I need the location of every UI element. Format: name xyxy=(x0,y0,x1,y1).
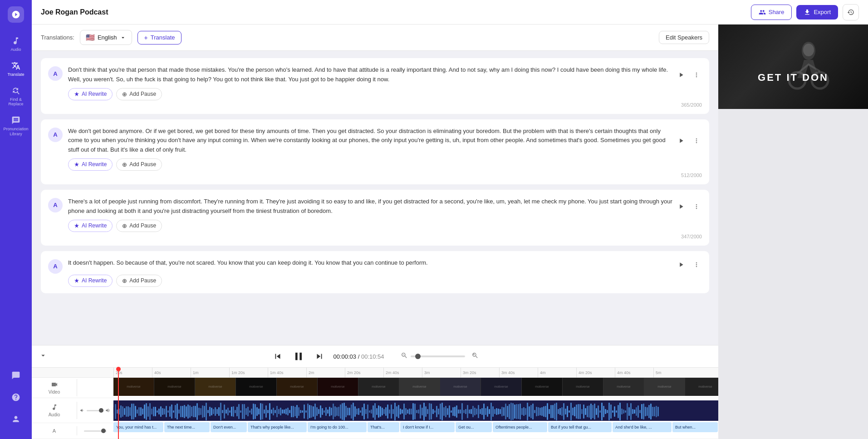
waveform-bar xyxy=(490,403,492,420)
script-right-3: There's a lot of people just running fro… xyxy=(68,197,702,239)
waveform-bar xyxy=(616,410,617,413)
pause-button[interactable] xyxy=(291,349,306,364)
sidebar-item-audio[interactable]: Audio xyxy=(0,32,32,57)
zoom-out-icon xyxy=(401,352,408,359)
zoom-out-button[interactable] xyxy=(401,352,408,361)
ai-rewrite-label-2: AI Rewrite xyxy=(82,161,107,168)
subtitle-chip[interactable]: Don't even... xyxy=(211,422,247,432)
sidebar-item-help[interactable] xyxy=(9,388,23,406)
track-area-wrapper: 20s40s1m1m 20s1m 40s2m2m 20s2m 40s3m3m 2… xyxy=(32,368,718,439)
script-area: A Don't think that you're that person th… xyxy=(32,51,718,345)
translate-button[interactable]: + Translate xyxy=(137,31,182,44)
waveform-bar xyxy=(618,405,619,418)
sidebar-item-find-replace[interactable]: Find & Replace xyxy=(0,82,32,112)
ai-rewrite-label-4: AI Rewrite xyxy=(82,277,107,284)
script-text-1[interactable]: Don't think that you're that person that… xyxy=(68,65,675,84)
sidebar-item-profile[interactable] xyxy=(9,410,23,428)
waveform-bar xyxy=(207,410,209,413)
share-button[interactable]: Share xyxy=(751,5,792,20)
waveform-bar xyxy=(425,406,427,416)
waveform-bar xyxy=(594,404,595,420)
subtitle-chip[interactable]: I don't know if I... xyxy=(400,422,455,432)
waveform-bar xyxy=(126,406,127,416)
play-button-4[interactable] xyxy=(675,258,687,271)
subtitle-chip[interactable]: That's why people like... xyxy=(248,422,307,432)
sidebar-item-translate[interactable]: Translate xyxy=(0,57,32,82)
waveform-bar xyxy=(592,405,593,419)
export-button[interactable]: Export xyxy=(796,5,838,20)
subtitle-chip[interactable]: But if you tell that gu... xyxy=(548,422,612,432)
history-button[interactable] xyxy=(843,4,859,20)
waveform-bar xyxy=(447,408,448,414)
language-selector[interactable]: 🇺🇸 English xyxy=(80,30,132,45)
waveform-bar xyxy=(394,403,396,420)
video-thumbnail: motiverse xyxy=(113,378,154,396)
play-button-2[interactable] xyxy=(675,134,687,147)
add-pause-button-2[interactable]: ⊕ Add Pause xyxy=(116,158,162,171)
waveform-bar xyxy=(351,404,352,419)
skip-back-button[interactable] xyxy=(271,350,284,363)
waveform-bar xyxy=(202,405,203,418)
waveform-bar xyxy=(178,409,180,414)
sidebar-item-pronunciation[interactable]: Pronunciation Library xyxy=(0,111,32,141)
play-button-3[interactable] xyxy=(675,200,687,213)
add-pause-label-3: Add Pause xyxy=(129,222,156,229)
waveform-bar xyxy=(157,410,158,413)
subtitle-chips-row: You, your mind has t...The next time...D… xyxy=(113,421,718,434)
find-replace-icon xyxy=(11,86,20,95)
waveform-bar xyxy=(627,403,628,419)
volume-slider[interactable] xyxy=(87,410,104,411)
waveform-bar xyxy=(187,404,189,419)
subtitle-chip[interactable]: Oftentimes people... xyxy=(493,422,547,432)
more-button-4[interactable] xyxy=(691,259,702,270)
app-logo[interactable] xyxy=(8,6,24,23)
waveform-bar xyxy=(416,410,417,413)
video-thumbnail: motiverse xyxy=(318,378,358,396)
subtitle-chip[interactable]: But when... xyxy=(672,422,718,432)
play-button-1[interactable] xyxy=(675,69,687,81)
waveform-bar xyxy=(460,409,461,414)
add-pause-label-1: Add Pause xyxy=(129,91,156,97)
waveform-bar xyxy=(291,406,292,417)
script-actions-3: AI Rewrite ⊕ Add Pause xyxy=(68,220,702,232)
more-button-2[interactable] xyxy=(691,135,702,146)
waveform-bar xyxy=(285,409,287,415)
waveform-bar xyxy=(142,409,143,414)
timeline-collapse-button[interactable] xyxy=(39,351,47,361)
subtitle-chip[interactable]: You, your mind has t... xyxy=(113,422,163,432)
ai-rewrite-button-1[interactable]: AI Rewrite xyxy=(68,88,113,100)
waveform-bar xyxy=(284,409,285,414)
add-pause-button-4[interactable]: ⊕ Add Pause xyxy=(116,275,162,287)
subtitle-chip[interactable]: Get ou... xyxy=(456,422,492,432)
skip-forward-button[interactable] xyxy=(313,350,326,363)
script-text-2[interactable]: We don't get bored anymore. Or if we get… xyxy=(68,127,675,155)
script-text-3[interactable]: There's a lot of people just running fro… xyxy=(68,197,675,216)
ai-rewrite-button-2[interactable]: AI Rewrite xyxy=(68,158,113,171)
more-button-3[interactable] xyxy=(691,201,702,212)
add-pause-label-4: Add Pause xyxy=(129,277,156,284)
waveform-bar xyxy=(391,404,392,419)
ai-rewrite-button-3[interactable]: AI Rewrite xyxy=(68,220,113,232)
edit-speakers-button[interactable]: Edit Speakers xyxy=(659,31,709,44)
add-pause-button-3[interactable]: ⊕ Add Pause xyxy=(116,220,162,232)
zoom-slider[interactable] xyxy=(411,355,465,357)
video-thumbnail: motiverse xyxy=(522,378,563,396)
waveform-bar xyxy=(305,410,307,413)
sidebar-item-chat[interactable] xyxy=(9,366,23,385)
script-text-4[interactable]: It doesn't happen. So because of that, y… xyxy=(68,258,675,268)
subtitle-volume-slider[interactable] xyxy=(84,430,107,432)
more-button-1[interactable] xyxy=(691,69,702,80)
subtitle-chip[interactable]: That's... xyxy=(368,422,399,432)
video-track-content: motiversemotiversemotiversemotiversemoti… xyxy=(113,378,718,398)
waveform-bar xyxy=(131,404,132,419)
zoom-in-button[interactable] xyxy=(471,352,479,361)
subtitle-speaker-label: A xyxy=(53,428,56,434)
subtitle-chip[interactable]: I'm going to do 100... xyxy=(308,422,367,432)
ai-rewrite-button-4[interactable]: AI Rewrite xyxy=(68,275,113,287)
waveform-bar xyxy=(530,405,532,419)
subtitle-chip[interactable]: The next time... xyxy=(164,422,210,432)
add-pause-button-1[interactable]: ⊕ Add Pause xyxy=(116,88,162,100)
ruler-mark: 2m xyxy=(306,368,345,378)
waveform-bar xyxy=(191,407,192,416)
subtitle-chip[interactable]: And she'd be like, ... xyxy=(613,422,672,432)
